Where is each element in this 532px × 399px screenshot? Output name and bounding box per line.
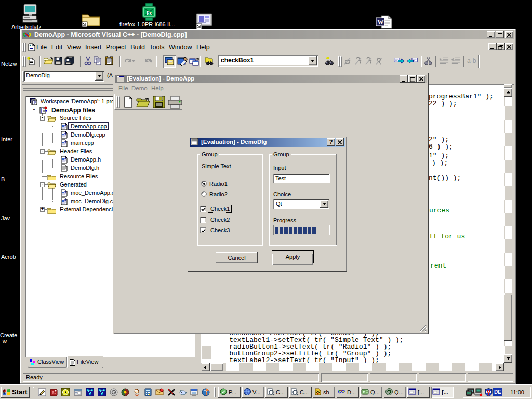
svg-text:Fx: Fx <box>147 10 152 16</box>
svg-text:W: W <box>378 19 384 26</box>
